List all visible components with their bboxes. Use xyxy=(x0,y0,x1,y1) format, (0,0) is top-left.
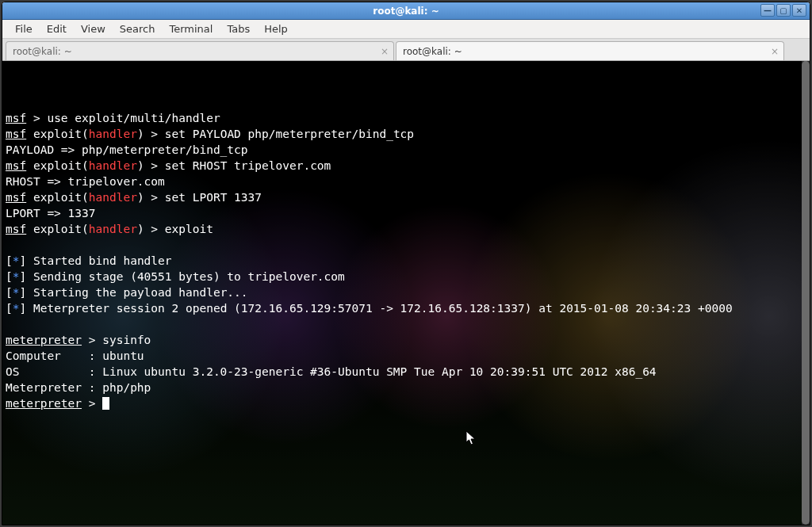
menu-terminal[interactable]: Terminal xyxy=(163,21,219,36)
menu-tabs[interactable]: Tabs xyxy=(220,21,256,36)
scrollbar-thumb[interactable] xyxy=(802,61,810,525)
tab-terminal-2[interactable]: root@kali: ~ × xyxy=(396,41,784,60)
tab-label: root@kali: ~ xyxy=(403,46,462,57)
text-cursor xyxy=(102,397,109,410)
close-button[interactable]: ✕ xyxy=(792,4,806,17)
window-controls: — ▢ ✕ xyxy=(760,4,806,17)
terminal-output: msf > use exploit/multi/handler msf expl… xyxy=(6,110,806,411)
scrollbar[interactable] xyxy=(802,61,810,525)
close-icon[interactable]: × xyxy=(381,46,389,57)
terminal-area[interactable]: msf > use exploit/multi/handler msf expl… xyxy=(2,61,810,525)
menubar: File Edit View Search Terminal Tabs Help xyxy=(2,20,810,39)
menu-file[interactable]: File xyxy=(9,21,39,36)
menu-help[interactable]: Help xyxy=(258,21,294,36)
menu-edit[interactable]: Edit xyxy=(40,21,73,36)
tab-label: root@kali: ~ xyxy=(13,46,72,57)
close-icon[interactable]: × xyxy=(771,46,779,57)
tabbar: root@kali: ~ × root@kali: ~ × xyxy=(2,39,810,61)
minimize-button[interactable]: — xyxy=(760,4,775,17)
menu-search[interactable]: Search xyxy=(113,21,162,36)
menu-view[interactable]: View xyxy=(75,21,112,36)
app-window: root@kali: ~ — ▢ ✕ File Edit View Search… xyxy=(2,2,810,525)
mouse-pointer-icon xyxy=(465,430,478,446)
window-title: root@kali: ~ xyxy=(373,6,439,17)
maximize-button[interactable]: ▢ xyxy=(776,4,791,17)
titlebar[interactable]: root@kali: ~ — ▢ ✕ xyxy=(2,2,810,20)
tab-terminal-1[interactable]: root@kali: ~ × xyxy=(6,41,394,60)
